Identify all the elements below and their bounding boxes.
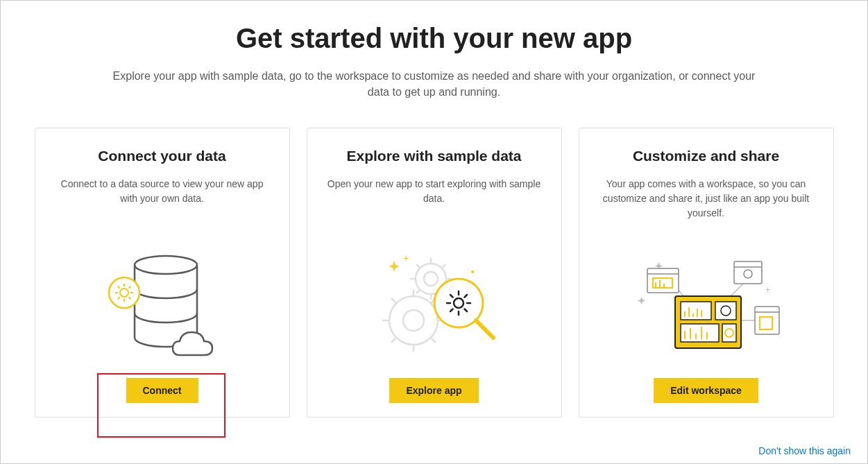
svg-line-27 (391, 298, 396, 303)
card-connect-data: Connect your data Connect to a data sour… (35, 128, 290, 418)
svg-rect-54 (734, 261, 762, 284)
svg-line-20 (441, 264, 445, 268)
svg-point-31 (471, 270, 474, 273)
svg-point-22 (389, 296, 438, 345)
card-description: Open your new app to start exploring wit… (324, 177, 545, 221)
card-title: Customize and share (633, 148, 779, 164)
edit-workspace-button[interactable]: Edit workspace (654, 378, 758, 403)
explore-app-button[interactable]: Explore app (389, 378, 478, 403)
dont-show-again-link[interactable]: Don't show this again (758, 445, 851, 456)
svg-rect-67 (715, 302, 736, 320)
svg-rect-61 (681, 302, 711, 320)
gears-magnifier-illustration-icon: + (324, 235, 545, 378)
svg-line-34 (476, 320, 493, 338)
svg-line-29 (391, 338, 396, 343)
svg-line-19 (416, 290, 420, 294)
svg-point-1 (109, 277, 139, 308)
page-subtitle: Explore your app with sample data, go to… (108, 68, 760, 100)
svg-point-21 (403, 310, 424, 331)
card-title: Explore with sample data (346, 148, 521, 164)
svg-rect-69 (681, 324, 719, 342)
card-customize-share: Customize and share Your app comes with … (579, 128, 834, 418)
card-description: Your app comes with a workspace, so you … (596, 177, 817, 221)
svg-text:+: + (403, 252, 409, 264)
svg-point-0 (135, 256, 197, 274)
cards-container: Connect your data Connect to a data sour… (34, 128, 834, 418)
card-description: Connect to a data source to view your ne… (52, 177, 273, 221)
dashboard-illustration-icon: + (596, 235, 817, 378)
svg-point-11 (424, 272, 438, 286)
get-started-dialog: Get started with your new app Explore yo… (1, 1, 867, 431)
database-illustration-icon (52, 235, 273, 378)
card-explore-sample: Explore with sample data Open your new a… (307, 128, 562, 418)
svg-line-28 (431, 338, 436, 343)
card-title: Connect your data (98, 148, 225, 164)
svg-line-17 (416, 264, 420, 268)
svg-rect-48 (647, 268, 679, 293)
connect-button[interactable]: Connect (126, 378, 198, 403)
page-title: Get started with your new app (236, 23, 632, 54)
svg-text:+: + (765, 285, 770, 295)
